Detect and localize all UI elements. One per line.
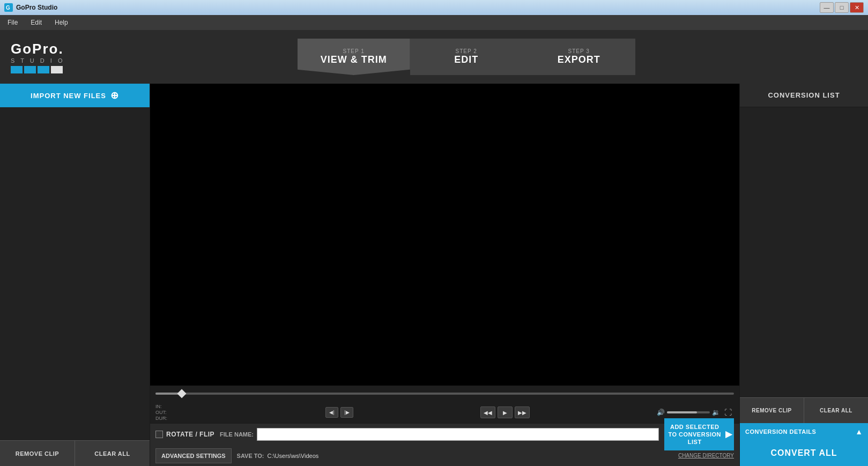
svg-text:G: G [6,5,10,11]
import-label: IMPORT NEW FILES [31,92,106,100]
logo-block-4 [51,66,63,73]
titlebar-left: G GoPro Studio [4,3,57,12]
titlebar: G GoPro Studio — □ ✕ [0,0,868,15]
menu-edit[interactable]: Edit [28,18,44,27]
fullscreen-button[interactable]: ⛶ [722,406,734,418]
bottom-top-row: ROTATE / FLIP FILE NAME: ADD SELECTED TO… [150,424,739,445]
dur-label: DUR: [155,416,167,421]
remove-clip-button-left[interactable]: REMOVE CLIP [0,440,75,466]
menubar: File Edit Help [0,15,868,30]
trim-out-button[interactable]: |▶ [340,407,353,418]
conversion-details-bar[interactable]: CONVERSION DETAILS ▲ [740,423,868,440]
in-label: IN: [155,404,162,409]
step-3-tab[interactable]: STEP 3 EXPORT [523,39,635,75]
step-3-name: EXPORT [558,54,600,65]
logo-area: GoPro. S T U D I O [11,41,64,73]
step-2-name: EDIT [454,54,478,65]
volume-fill [667,411,697,413]
header: GoPro. S T U D I O STEP 1 VIEW & TRIM ST… [0,30,868,84]
play-button[interactable]: ▶ [498,406,513,418]
conversion-list-header: CONVERSION LIST [740,84,868,107]
save-to-label: SAVE TO: [237,453,264,459]
menu-help[interactable]: Help [53,18,70,27]
bottom-bottom-row: ADVANCED SETTINGS SAVE TO: C:\Users\ws\V… [150,445,739,466]
change-directory-button[interactable]: CHANGE DIRECTORY [678,453,734,458]
center-area: IN: OUT: DUR: ◀| |▶ ◀◀ ▶ ▶▶ [150,84,739,466]
logo-name: GoPro. [11,41,64,57]
sidebar-bottom-buttons: REMOVE CLIP CLEAR ALL [0,440,150,466]
scrubber-area[interactable] [150,386,739,402]
playback-controls: IN: OUT: DUR: ◀| |▶ ◀◀ ▶ ▶▶ [150,402,739,423]
right-sidebar: CONVERSION LIST REMOVE CLIP CLEAR ALL CO… [739,84,868,466]
logo-blocks [11,66,63,73]
bottom-bar: ROTATE / FLIP FILE NAME: ADD SELECTED TO… [150,423,739,466]
out-label: OUT: [155,410,167,415]
rotate-flip-checkbox[interactable] [155,431,163,438]
main-layout: IMPORT NEW FILES ⊕ REMOVE CLIP CLEAR ALL… [0,84,868,466]
close-button[interactable]: ✕ [850,2,864,13]
next-frame-button[interactable]: ▶▶ [515,406,530,418]
app-icon: G [4,3,13,12]
save-to-area: SAVE TO: C:\Users\ws\Videos CHANGE DIREC… [237,453,734,459]
maximize-button[interactable]: □ [835,2,849,13]
volume-up-icon: 🔉 [712,409,720,416]
step-1-num: STEP 1 [343,48,365,54]
import-plus-icon: ⊕ [110,90,119,101]
logo-studio: S T U D I O [11,57,64,64]
time-info: IN: OUT: DUR: [155,404,198,421]
remove-clip-button-right[interactable]: REMOVE CLIP [740,397,804,423]
rotate-flip-area: ROTATE / FLIP [155,431,214,438]
volume-area: 🔊 🔉 ⛶ [657,406,734,418]
save-to-path: C:\Users\ws\Videos [268,453,319,459]
logo-block-2 [24,66,36,73]
trim-controls: ◀| |▶ [325,407,353,418]
prev-frame-button[interactable]: ◀◀ [480,406,495,418]
step-2-tab[interactable]: STEP 2 EDIT [410,39,523,75]
conversion-details-label: CONVERSION DETAILS [745,428,816,435]
step-1-name: VIEW & TRIM [321,54,387,65]
volume-icon: 🔊 [657,409,665,416]
menu-file[interactable]: File [5,18,20,27]
window-controls[interactable]: — □ ✕ [820,2,864,13]
steps-navigation: STEP 1 VIEW & TRIM STEP 2 EDIT STEP 3 EX… [298,39,635,75]
filename-label: FILE NAME: [220,431,254,438]
advanced-settings-button[interactable]: ADVANCED SETTINGS [155,448,232,463]
convert-all-button[interactable]: CONVERT ALL [740,440,868,466]
clear-all-button-right[interactable]: CLEAR ALL [804,397,868,423]
scrubber-track[interactable] [155,393,734,395]
add-btn-arrow-icon: ▶ [725,429,732,440]
chevron-up-icon: ▲ [855,427,863,436]
right-button-row: REMOVE CLIP CLEAR ALL [740,397,868,423]
rotate-flip-label: ROTATE / FLIP [166,431,214,438]
file-list [0,107,150,440]
step-3-num: STEP 3 [568,48,590,54]
add-to-list-label: ADD SELECTED TO CONVERSION LIST [666,423,723,446]
window-title: GoPro Studio [16,4,57,11]
video-player[interactable] [150,84,739,386]
logo-block-3 [38,66,49,73]
filename-input[interactable] [257,428,659,441]
minimize-button[interactable]: — [820,2,834,13]
logo-block-1 [11,66,23,73]
right-bottom: REMOVE CLIP CLEAR ALL CONVERSION DETAILS… [740,397,868,466]
left-sidebar: IMPORT NEW FILES ⊕ REMOVE CLIP CLEAR ALL [0,84,150,466]
conversion-list-title: CONVERSION LIST [768,91,840,99]
import-new-files-button[interactable]: IMPORT NEW FILES ⊕ [0,84,150,107]
playback-buttons: ◀◀ ▶ ▶▶ [480,406,530,418]
trim-in-button[interactable]: ◀| [325,407,338,418]
conversion-list-area [740,107,868,397]
volume-slider[interactable] [667,411,710,413]
clear-all-button-left[interactable]: CLEAR ALL [75,440,150,466]
step-2-num: STEP 2 [456,48,477,54]
step-1-tab[interactable]: STEP 1 VIEW & TRIM [298,39,410,75]
filename-area: FILE NAME: [220,428,659,441]
scrubber-handle[interactable] [177,389,187,398]
